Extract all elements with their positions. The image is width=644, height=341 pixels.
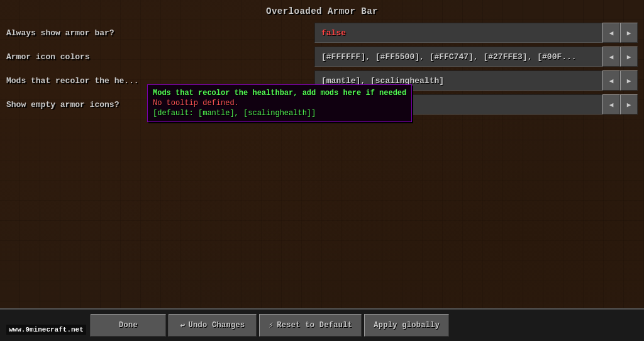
arrow-left-show-empty[interactable]: ◀: [602, 94, 620, 115]
setting-value-box-always-show[interactable]: false: [314, 23, 602, 43]
setting-row-always-show: Always show armor bar? false ◀ ▶: [6, 21, 638, 44]
arrow-right-mods-recolor[interactable]: ▶: [620, 70, 638, 91]
bottom-bar: www.9minecraft.net Done ↩ Undo Changes ⚡…: [0, 308, 644, 341]
setting-label-armor-icon-colors: Armor icon colors: [6, 52, 314, 62]
tooltip-default: [default: [mantle], [scalinghealth]]: [153, 109, 406, 118]
reset-label: Reset to Default: [277, 321, 352, 330]
apply-globally-button[interactable]: Apply globally: [364, 314, 449, 337]
reset-button[interactable]: ⚡ Reset to Default: [259, 314, 362, 337]
done-button[interactable]: Done: [91, 314, 166, 337]
setting-value-box-armor-colors[interactable]: [#FFFFFF], [#FF5500], [#FFC747], [#27FFE…: [314, 47, 602, 67]
setting-value-armor-colors: [#FFFFFF], [#FF5500], [#FFC747], [#27FFE…: [321, 52, 577, 62]
page-title: Overloaded Armor Bar: [0, 0, 644, 21]
setting-value-always-show: false: [321, 28, 346, 38]
reset-icon: ⚡: [269, 320, 274, 330]
arrow-left-always-show[interactable]: ◀: [602, 23, 620, 43]
setting-value-container-armor-colors: [#FFFFFF], [#FF5500], [#FFC747], [#27FFE…: [314, 47, 638, 67]
tooltip-title: Mods that recolor the healthbar, add mod…: [153, 89, 406, 98]
undo-label: Undo Changes: [189, 321, 245, 330]
tooltip-box: Mods that recolor the healthbar, add mod…: [147, 84, 412, 122]
undo-button[interactable]: ↩ Undo Changes: [169, 314, 257, 337]
arrow-right-always-show[interactable]: ▶: [620, 23, 638, 43]
watermark: www.9minecraft.net: [6, 325, 86, 335]
setting-value-container-always-show: false ◀ ▶: [314, 23, 638, 43]
settings-container: Always show armor bar? false ◀ ▶ Armor i…: [0, 21, 644, 116]
undo-icon: ↩: [180, 320, 185, 330]
setting-label-always-show: Always show armor bar?: [6, 28, 314, 38]
arrow-left-mods-recolor[interactable]: ◀: [602, 70, 620, 91]
tooltip-no-description: No tooltip defined.: [153, 99, 406, 108]
arrow-right-show-empty[interactable]: ▶: [620, 94, 638, 115]
setting-row-armor-icon-colors: Armor icon colors [#FFFFFF], [#FF5500], …: [6, 45, 638, 68]
arrow-left-armor-colors[interactable]: ◀: [602, 47, 620, 67]
arrow-right-armor-colors[interactable]: ▶: [620, 47, 638, 67]
